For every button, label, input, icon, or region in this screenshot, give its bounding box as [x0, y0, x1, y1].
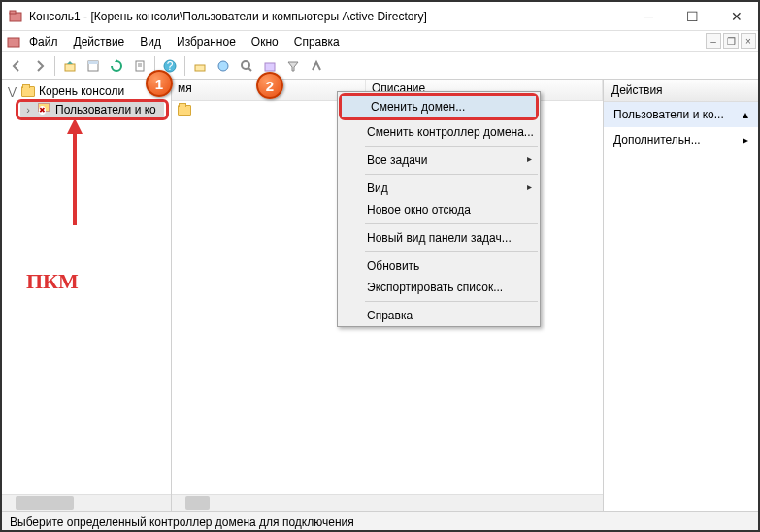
window-title: Консоль1 - [Корень консоли\Пользователи …: [29, 10, 627, 23]
menu-help[interactable]: Справка: [286, 33, 347, 50]
content-area: ⋁ Корень консоли › Пользователи и ко мя …: [2, 80, 758, 511]
filter-button[interactable]: [282, 55, 304, 77]
svg-rect-3: [65, 64, 75, 71]
svg-rect-11: [195, 65, 205, 71]
folder-icon: [178, 105, 191, 116]
aduc-icon: [38, 103, 51, 116]
expand-icon[interactable]: ›: [22, 104, 34, 116]
mdi-minimize-button[interactable]: –: [706, 33, 721, 49]
ctx-all-tasks[interactable]: Все задачи▸: [338, 150, 540, 171]
svg-rect-5: [88, 61, 98, 64]
list-scrollbar[interactable]: [172, 494, 603, 511]
svg-rect-2: [8, 38, 19, 47]
ctx-new-taskpad[interactable]: Новый вид панели задач...: [338, 227, 540, 249]
svg-text:?: ?: [167, 59, 174, 73]
tool-button-3[interactable]: [236, 55, 257, 77]
menu-action[interactable]: Действие: [66, 33, 133, 50]
submenu-icon: ▸: [527, 153, 532, 164]
ctx-change-dc[interactable]: Сменить контроллер домена...: [338, 121, 540, 143]
svg-rect-15: [265, 63, 275, 71]
svg-point-13: [242, 61, 249, 69]
ctx-export[interactable]: Экспортировать список...: [338, 277, 540, 298]
close-button[interactable]: ✕: [714, 2, 758, 30]
folder-icon: [21, 86, 35, 97]
menu-window[interactable]: Окно: [244, 33, 286, 50]
export-button[interactable]: [129, 55, 150, 77]
menubar: Файл Действие Вид Избранное Окно Справка…: [2, 31, 758, 52]
annotation-badge-2: 2: [256, 72, 283, 99]
annotation-pkm-label: ПКМ: [26, 269, 79, 294]
ctx-new-window[interactable]: Новое окно отсюда: [338, 199, 540, 220]
up-button[interactable]: [59, 55, 81, 77]
menu-favorites[interactable]: Избранное: [169, 33, 244, 50]
statusbar: Выберите определенный контроллер домена …: [2, 511, 758, 532]
annotation-badge-1: 1: [146, 70, 173, 97]
menu-view[interactable]: Вид: [132, 33, 169, 50]
mdi-restore-button[interactable]: ❐: [723, 33, 739, 49]
svg-point-12: [218, 61, 228, 71]
tool-button-1[interactable]: [189, 55, 211, 77]
list-pane: мя Описание Папка для сохранения ... Сме…: [172, 80, 603, 511]
mdi-close-button[interactable]: ×: [741, 33, 756, 49]
back-button[interactable]: [6, 55, 27, 77]
refresh-button[interactable]: [106, 55, 127, 77]
actions-pane: Действия Пользователи и ко... ▴ Дополнит…: [603, 80, 758, 511]
ctx-refresh[interactable]: Обновить: [338, 255, 540, 277]
submenu-icon: ▸: [527, 182, 532, 192]
tool-button-5[interactable]: [306, 55, 327, 77]
tree-aduc-label: Пользователи и ко: [55, 103, 156, 116]
ctx-help[interactable]: Справка: [338, 305, 540, 326]
menu-icon: [6, 34, 21, 50]
tree-scrollbar[interactable]: [2, 494, 171, 511]
collapse-icon[interactable]: ▴: [743, 108, 748, 121]
actions-section-aduc[interactable]: Пользователи и ко... ▴: [604, 102, 758, 127]
maximize-button[interactable]: ☐: [671, 2, 714, 30]
svg-line-14: [248, 68, 251, 71]
ctx-view[interactable]: Вид▸: [338, 178, 540, 199]
titlebar: Консоль1 - [Корень консоли\Пользователи …: [2, 2, 758, 31]
tree-root-label: Корень консоли: [39, 84, 124, 98]
tool-button-2[interactable]: [213, 55, 234, 77]
tree-aduc-node[interactable]: › Пользователи и ко: [20, 102, 164, 117]
minimize-button[interactable]: ─: [627, 2, 671, 30]
toolbar: ?: [2, 52, 758, 80]
forward-button[interactable]: [29, 55, 50, 77]
actions-more[interactable]: Дополнительн... ▸: [604, 127, 758, 152]
menu-file[interactable]: Файл: [21, 33, 66, 50]
actions-header: Действия: [604, 80, 758, 102]
tree-root-node[interactable]: ⋁ Корень консоли: [4, 83, 169, 99]
app-icon: [8, 9, 23, 24]
expand-icon[interactable]: ⋁: [6, 85, 17, 98]
show-hide-button[interactable]: [83, 55, 104, 77]
status-text: Выберите определенный контроллер домена …: [10, 515, 354, 529]
context-menu: Сменить домен... Сменить контроллер доме…: [337, 91, 541, 327]
ctx-change-domain[interactable]: Сменить домен...: [342, 96, 536, 117]
submenu-icon: ▸: [743, 133, 748, 147]
svg-rect-1: [10, 11, 16, 14]
annotation-arrow: [55, 118, 94, 245]
